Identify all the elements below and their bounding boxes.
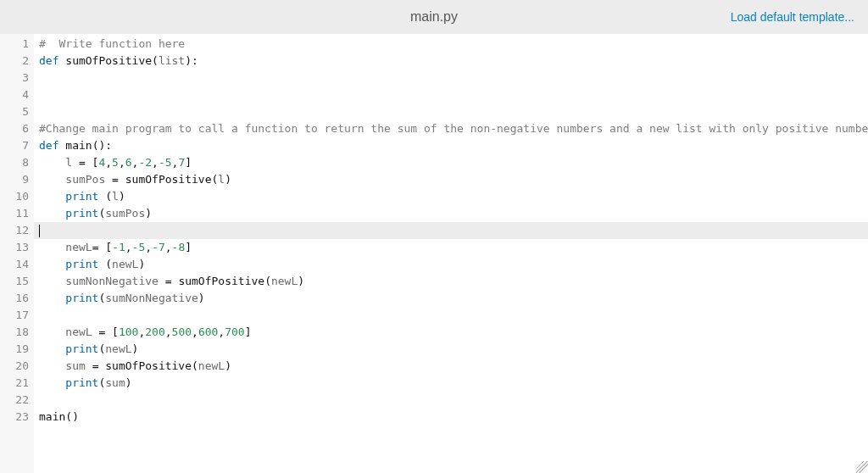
code-token — [39, 342, 65, 355]
code-line[interactable] — [34, 86, 868, 103]
code-token: #Change main program to call a function … — [39, 122, 868, 135]
code-line[interactable]: print(sumNonNegative) — [34, 290, 868, 307]
line-number: 14 — [0, 256, 34, 273]
editor-header: main.py Load default template... — [0, 0, 868, 34]
code-token: sumOfPositive — [125, 173, 212, 186]
line-number: 11 — [0, 205, 34, 222]
code-token: = — [112, 173, 125, 186]
code-line[interactable]: print (newL) — [34, 256, 868, 273]
code-token: ) — [225, 359, 231, 372]
code-line[interactable]: sumNonNegative = sumOfPositive(newL) — [34, 273, 868, 290]
code-token: ] — [245, 326, 252, 338]
code-token — [39, 190, 65, 203]
code-token: = — [92, 359, 106, 372]
code-token: ( — [98, 190, 112, 203]
code-token: ): — [185, 54, 198, 67]
code-token: def — [39, 139, 65, 152]
code-token: print — [65, 376, 98, 389]
code-token: newL — [39, 241, 92, 253]
code-token: sum — [39, 359, 92, 372]
code-token: sumPos — [105, 207, 145, 220]
code-line[interactable]: #Change main program to call a function … — [34, 120, 868, 137]
code-token: , — [152, 156, 159, 169]
line-number: 22 — [0, 392, 34, 409]
code-token: 200 — [145, 326, 164, 338]
code-token: print — [65, 207, 98, 220]
code-token: 6 — [125, 156, 132, 169]
code-token: , — [192, 326, 198, 338]
code-token: -5 — [132, 241, 146, 253]
line-number: 18 — [0, 324, 34, 341]
code-token: = [ — [79, 156, 98, 169]
code-line[interactable]: l = [4,5,6,-2,-5,7] — [34, 154, 868, 171]
code-token: ( — [192, 359, 198, 372]
file-title: main.py — [410, 9, 458, 25]
code-token — [39, 207, 65, 220]
code-line[interactable]: def main(): — [34, 137, 868, 154]
code-line[interactable]: # Write function here — [34, 36, 868, 53]
line-number: 6 — [0, 120, 34, 137]
line-number: 17 — [0, 307, 34, 324]
code-token: -8 — [172, 241, 186, 253]
line-number: 4 — [0, 86, 34, 103]
code-token: = [ — [92, 241, 112, 253]
code-line[interactable]: sumPos = sumOfPositive(l) — [34, 171, 868, 188]
code-token: ) — [132, 342, 139, 355]
code-token: sumOfPositive — [178, 275, 264, 287]
line-number: 15 — [0, 273, 34, 290]
code-token: , — [125, 241, 132, 253]
code-editor[interactable]: 1234567891011121314151617181920212223 # … — [0, 34, 868, 473]
code-line[interactable]: sum = sumOfPositive(newL) — [34, 358, 868, 375]
code-token: sumOfPositive — [65, 54, 152, 67]
code-token: -2 — [138, 156, 152, 169]
code-line[interactable]: print(newL) — [34, 341, 868, 358]
code-line[interactable]: def sumOfPositive(list): — [34, 53, 868, 70]
resize-handle-icon[interactable] — [856, 461, 868, 473]
code-token: , — [119, 156, 125, 169]
code-token: sumNonNegative — [39, 275, 165, 287]
code-token: newL — [112, 258, 138, 270]
code-line[interactable] — [34, 70, 868, 86]
code-token: ( — [98, 258, 112, 270]
line-number: 7 — [0, 137, 34, 154]
code-line[interactable]: newL= [-1,-5,-7,-8] — [34, 239, 868, 256]
code-token: ) — [298, 275, 304, 287]
code-token: ) — [145, 207, 152, 220]
code-token: # — [39, 37, 53, 50]
line-number: 2 — [0, 53, 34, 70]
code-line[interactable] — [34, 103, 868, 120]
line-number: 16 — [0, 290, 34, 307]
code-token: -7 — [152, 241, 165, 253]
line-number: 23 — [0, 409, 34, 426]
code-token: newL — [198, 359, 225, 372]
code-line[interactable] — [34, 307, 868, 324]
code-token: ( — [264, 275, 271, 287]
load-default-template-link[interactable]: Load default template... — [731, 10, 854, 24]
code-token: 500 — [172, 326, 192, 338]
code-line[interactable]: print (l) — [34, 188, 868, 205]
line-number: 20 — [0, 358, 34, 375]
code-line[interactable]: print(sum) — [34, 375, 868, 392]
code-line[interactable] — [34, 392, 868, 409]
code-token: list — [159, 54, 185, 67]
code-token: -5 — [159, 156, 172, 169]
code-token: sumOfPositive — [105, 359, 192, 372]
line-number: 12 — [0, 222, 34, 239]
line-number: 21 — [0, 375, 34, 392]
code-line[interactable]: main() — [34, 409, 868, 426]
code-token: ( — [152, 54, 159, 67]
code-token: , — [218, 326, 225, 338]
code-line[interactable] — [34, 222, 868, 239]
code-token: print — [65, 258, 98, 270]
code-area[interactable]: # Write function heredef sumOfPositive(l… — [34, 34, 868, 473]
code-token: sum — [105, 376, 125, 389]
code-line[interactable]: print(sumPos) — [34, 205, 868, 222]
line-number-gutter: 1234567891011121314151617181920212223 — [0, 34, 34, 473]
code-token: ] — [185, 156, 192, 169]
code-token: 700 — [225, 326, 244, 338]
code-token: = [ — [98, 326, 118, 338]
code-line[interactable]: newL = [100,200,500,600,700] — [34, 324, 868, 341]
code-token: l — [39, 156, 79, 169]
code-token: print — [65, 342, 98, 355]
code-token: ) — [119, 190, 125, 203]
